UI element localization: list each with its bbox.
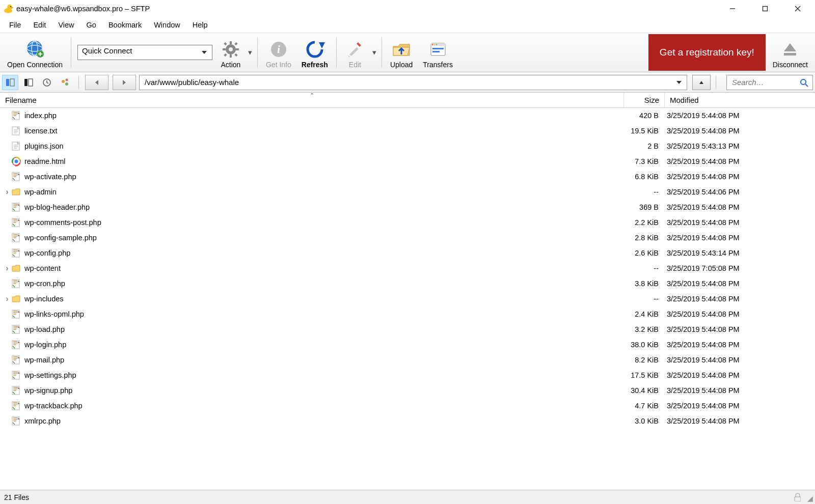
file-row[interactable]: xmlrpc.php3.0 KiB3/25/2019 5:44:08 PM — [0, 413, 815, 429]
menu-file[interactable]: File — [3, 19, 27, 31]
file-modified: 3/25/2019 7:05:08 PM — [663, 264, 815, 272]
refresh-button[interactable]: Refresh — [296, 33, 333, 72]
file-row[interactable]: wp-config.php2.6 KiB3/25/2019 5:43:14 PM — [0, 245, 815, 261]
file-icon — [11, 202, 21, 212]
file-row[interactable]: wp-signup.php30.4 KiB3/25/2019 5:44:08 P… — [0, 383, 815, 398]
file-icon — [11, 126, 21, 136]
file-icon — [11, 248, 21, 258]
quick-connect-wrap: Quick Connect — [74, 33, 215, 72]
file-size: 4.7 KiB — [623, 402, 663, 410]
file-row[interactable]: wp-mail.php8.2 KiB3/25/2019 5:44:08 PM — [0, 352, 815, 368]
file-size: -- — [623, 188, 663, 196]
file-icon — [11, 141, 21, 151]
action-button[interactable]: Action — [215, 33, 246, 72]
get-info-button[interactable]: Get Info — [261, 33, 296, 72]
file-row[interactable]: wp-load.php3.2 KiB3/25/2019 5:44:08 PM — [0, 322, 815, 337]
file-row[interactable]: wp-cron.php3.8 KiB3/25/2019 5:44:08 PM — [0, 276, 815, 291]
expander-icon[interactable]: › — [3, 187, 11, 197]
transfers-button[interactable]: Transfers — [418, 33, 458, 72]
edit-dropdown-arrow[interactable]: ▾ — [370, 33, 378, 72]
file-row[interactable]: license.txt19.5 KiB3/25/2019 5:44:08 PM — [0, 123, 815, 138]
nav-back-button[interactable] — [85, 75, 108, 90]
view-split-button[interactable] — [2, 75, 18, 90]
file-name: plugins.json — [24, 142, 623, 150]
file-size: 30.4 KiB — [623, 386, 663, 395]
refresh-label: Refresh — [302, 61, 328, 69]
titlebar: easy-whale@w6.wpsandbox.pro – SFTP — [0, 0, 815, 17]
info-icon — [268, 39, 289, 60]
file-row[interactable]: wp-login.php38.0 KiB3/25/2019 5:44:08 PM — [0, 337, 815, 352]
open-connection-button[interactable]: Open Connection — [2, 33, 68, 72]
menu-view[interactable]: View — [52, 19, 80, 31]
minimize-button[interactable] — [716, 1, 749, 17]
file-row[interactable]: plugins.json2 B3/25/2019 5:43:13 PM — [0, 138, 815, 154]
file-icon — [11, 401, 21, 411]
file-row[interactable]: readme.html7.3 KiB3/25/2019 5:44:08 PM — [0, 154, 815, 169]
history-button[interactable] — [39, 75, 55, 90]
file-size: 420 B — [623, 111, 663, 120]
close-button[interactable] — [781, 1, 814, 17]
file-list[interactable]: index.php420 B3/25/2019 5:44:08 PMlicens… — [0, 108, 815, 490]
file-modified: 3/25/2019 5:44:08 PM — [663, 402, 815, 410]
expander-icon[interactable]: › — [3, 294, 11, 303]
view-columns-button[interactable] — [20, 75, 37, 90]
nav-forward-button[interactable] — [113, 75, 136, 90]
column-header-modified[interactable]: Modified — [665, 93, 815, 107]
search-input[interactable] — [731, 77, 808, 87]
menu-edit[interactable]: Edit — [27, 19, 52, 31]
window-title: easy-whale@w6.wpsandbox.pro – SFTP — [16, 5, 150, 13]
registration-banner[interactable]: Get a registration key! — [648, 34, 766, 71]
bonjour-button[interactable] — [57, 75, 73, 90]
file-name: wp-load.php — [24, 325, 623, 333]
edit-label: Edit — [349, 61, 361, 69]
file-modified: 3/25/2019 5:44:08 PM — [663, 157, 815, 165]
app-duck-icon — [3, 4, 12, 13]
file-icon — [11, 110, 21, 121]
expander-icon[interactable]: › — [3, 264, 11, 273]
quick-connect-dropdown[interactable]: Quick Connect — [77, 45, 212, 60]
gear-icon — [221, 39, 241, 60]
file-row[interactable]: wp-activate.php6.8 KiB3/25/2019 5:44:08 … — [0, 169, 815, 184]
menu-window[interactable]: Window — [148, 19, 186, 31]
file-modified: 3/25/2019 5:43:14 PM — [663, 249, 815, 257]
file-row[interactable]: index.php420 B3/25/2019 5:44:08 PM — [0, 108, 815, 123]
file-row[interactable]: wp-blog-header.php369 B3/25/2019 5:44:08… — [0, 200, 815, 215]
upload-button[interactable]: Upload — [385, 33, 418, 72]
menu-go[interactable]: Go — [80, 19, 102, 31]
folder-icon — [11, 187, 21, 197]
file-row[interactable]: ›wp-includes--3/25/2019 5:44:08 PM — [0, 291, 815, 306]
menu-help[interactable]: Help — [186, 19, 214, 31]
file-row[interactable]: wp-config-sample.php2.8 KiB3/25/2019 5:4… — [0, 230, 815, 245]
file-icon — [11, 309, 21, 319]
file-name: wp-includes — [24, 295, 623, 303]
search-box[interactable] — [726, 75, 813, 90]
path-combobox[interactable]: /var/www/public/easy-whale — [139, 75, 687, 90]
file-row[interactable]: ›wp-admin--3/25/2019 5:44:06 PM — [0, 184, 815, 200]
file-size: 3.2 KiB — [623, 325, 663, 333]
file-row[interactable]: wp-settings.php17.5 KiB3/25/2019 5:44:08… — [0, 368, 815, 383]
file-icon — [11, 416, 21, 426]
status-text: 21 Files — [4, 493, 29, 501]
disconnect-button[interactable]: Disconnect — [768, 33, 813, 72]
column-header-filename[interactable]: Filename ⌃ — [0, 93, 624, 107]
status-bar: 21 Files ◢ — [0, 490, 815, 504]
file-row[interactable]: wp-comments-post.php2.2 KiB3/25/2019 5:4… — [0, 215, 815, 230]
file-row[interactable]: ›wp-content--3/25/2019 7:05:08 PM — [0, 261, 815, 276]
toolbar-separator — [336, 37, 337, 68]
menu-bookmark[interactable]: Bookmark — [102, 19, 148, 31]
action-dropdown-arrow[interactable]: ▾ — [246, 33, 254, 72]
file-size: 2.4 KiB — [623, 310, 663, 318]
file-modified: 3/25/2019 5:44:08 PM — [663, 386, 815, 395]
file-row[interactable]: wp-links-opml.php2.4 KiB3/25/2019 5:44:0… — [0, 306, 815, 322]
column-header-size[interactable]: Size — [624, 93, 665, 107]
maximize-button[interactable] — [749, 1, 781, 17]
file-modified: 3/25/2019 5:44:08 PM — [663, 417, 815, 425]
file-size: 2 B — [623, 142, 663, 150]
file-icon — [11, 233, 21, 243]
edit-button[interactable]: Edit — [340, 33, 370, 72]
file-row[interactable]: wp-trackback.php4.7 KiB3/25/2019 5:44:08… — [0, 398, 815, 413]
go-up-button[interactable] — [692, 75, 711, 90]
file-icon — [11, 355, 21, 365]
resize-grip-icon[interactable]: ◢ — [807, 494, 813, 502]
file-name: wp-mail.php — [24, 356, 623, 364]
